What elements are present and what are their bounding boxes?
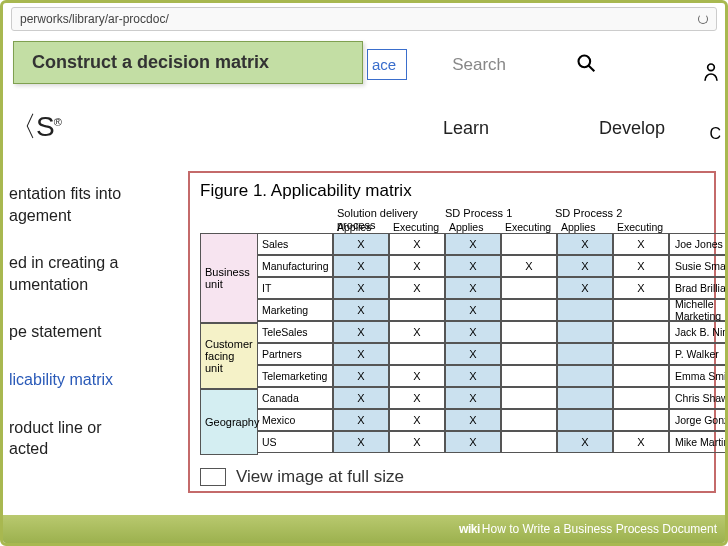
matrix-cell: X: [557, 233, 613, 255]
row-header: TeleSales: [258, 321, 333, 343]
table-row: XXX: [333, 365, 669, 387]
row-header: Partners: [258, 343, 333, 365]
person-cell: Brad Brilliant: [669, 277, 728, 299]
group-geography: Geography: [200, 389, 258, 455]
group-customer-facing: Customer facing unit: [200, 323, 258, 389]
matrix-cell: [501, 277, 557, 299]
matrix-cell: X: [389, 277, 445, 299]
matrix-cell: X: [445, 255, 501, 277]
proc-hdr-2: SD Process 1: [445, 207, 555, 221]
matrix-cell: [389, 299, 445, 321]
matrix-cell: X: [445, 343, 501, 365]
brand-text: 〈S: [9, 111, 54, 142]
footer-title: How to Write a Business Process Document: [482, 522, 717, 536]
figure-container: Figure 1. Applicability matrix Business …: [188, 171, 716, 493]
row-header: Telemarketing: [258, 365, 333, 387]
left-block-3: pe statement: [9, 321, 184, 343]
url-text: perworks/library/ar-procdoc/: [20, 12, 169, 26]
person-cell: Michelle Marketing: [669, 299, 728, 321]
matrix-cell: [557, 343, 613, 365]
matrix-cell: X: [445, 431, 501, 453]
table-row: XX: [333, 299, 669, 321]
url-bar[interactable]: perworks/library/ar-procdoc/: [11, 7, 717, 31]
person-cell: Susie Smart: [669, 255, 728, 277]
matrix-cell: X: [613, 255, 669, 277]
matrix-cell: [613, 387, 669, 409]
left-link-applicability[interactable]: licability matrix: [9, 369, 184, 391]
matrix-cell: X: [333, 299, 389, 321]
left-article-text: entation fits into agement ed in creatin…: [9, 183, 184, 486]
left-block-2: ed in creating a umentation: [9, 252, 184, 295]
left-block-5: roduct line or acted: [9, 417, 184, 460]
matrix-cell: X: [557, 255, 613, 277]
matrix-cell: X: [445, 233, 501, 255]
person-cell: Jorge Gonzales: [669, 409, 728, 431]
row-header: Canada: [258, 387, 333, 409]
matrix-cell: X: [333, 277, 389, 299]
matrix-cell: X: [333, 321, 389, 343]
matrix-cell: X: [389, 233, 445, 255]
matrix-cell: X: [333, 365, 389, 387]
matrix-cell: [501, 299, 557, 321]
matrix-cell: X: [445, 365, 501, 387]
proc-hdr-1: Solution delivery process: [333, 207, 445, 221]
refresh-icon[interactable]: [698, 14, 708, 24]
marketplace-label: ace: [372, 56, 396, 73]
data-rows: XXXXXXXXXXXXXXXXXXXXXXXXXXXXXXXXXXXXX: [333, 233, 669, 453]
person-cell: Mike Martin: [669, 431, 728, 453]
table-row: XXXXX: [333, 233, 669, 255]
table-row: XX: [333, 343, 669, 365]
matrix-cell: [501, 343, 557, 365]
figure-title: Figure 1. Applicability matrix: [200, 181, 704, 201]
row-header: Marketing: [258, 299, 333, 321]
footer-bar: wiki How to Write a Business Process Doc…: [3, 515, 725, 543]
row-header: Manufacturing: [258, 255, 333, 277]
matrix-cell: X: [389, 409, 445, 431]
matrix-cell: X: [501, 255, 557, 277]
matrix-cell: X: [333, 409, 389, 431]
group-column: Business unit Customer facing unit Geogr…: [200, 233, 258, 455]
person-cell: Chris Shaw: [669, 387, 728, 409]
matrix-cell: [501, 233, 557, 255]
expand-icon: [200, 468, 226, 486]
matrix-cell: X: [557, 431, 613, 453]
matrix-cell: [389, 343, 445, 365]
person-cell: Emma Smith: [669, 365, 728, 387]
search-area: Search: [452, 53, 596, 77]
group-business-unit: Business unit: [200, 233, 258, 323]
svg-point-0: [579, 55, 591, 67]
registered-mark: ®: [54, 116, 61, 128]
matrix-cell: X: [613, 431, 669, 453]
callout-text: Construct a decision matrix: [32, 52, 269, 72]
sub-header: Applies Executing Applies Executing Appl…: [333, 221, 669, 233]
search-icon[interactable]: [576, 53, 596, 77]
matrix-cell: [557, 299, 613, 321]
table-row: XXX: [333, 387, 669, 409]
matrix-cell: X: [445, 277, 501, 299]
view-full-size-link[interactable]: View image at full size: [200, 467, 404, 487]
matrix-cell: X: [389, 321, 445, 343]
people-column: Joe JonesSusie SmartBrad BrilliantMichel…: [669, 233, 728, 455]
proc-hdr-3: SD Process 2: [555, 207, 665, 221]
view-full-label: View image at full size: [236, 467, 404, 487]
marketplace-button[interactable]: ace: [367, 49, 407, 80]
matrix-cell: X: [613, 277, 669, 299]
matrix-cell: [501, 321, 557, 343]
matrix-cell: X: [557, 277, 613, 299]
search-placeholder[interactable]: Search: [452, 55, 506, 75]
nav-develop[interactable]: Develop: [599, 118, 665, 139]
nav-truncated: C: [709, 125, 721, 143]
matrix-cell: X: [333, 343, 389, 365]
matrix-cell: X: [445, 387, 501, 409]
table-row: XXXXXX: [333, 255, 669, 277]
person-icon[interactable]: [703, 61, 719, 87]
table-row: XXX: [333, 409, 669, 431]
matrix-cell: X: [389, 365, 445, 387]
matrix-cell: X: [333, 431, 389, 453]
nav-learn[interactable]: Learn: [443, 118, 489, 139]
matrix-cell: X: [389, 387, 445, 409]
matrix-cell: X: [445, 409, 501, 431]
matrix-cell: [501, 409, 557, 431]
person-cell: P. Walker: [669, 343, 728, 365]
matrix-cell: X: [389, 431, 445, 453]
